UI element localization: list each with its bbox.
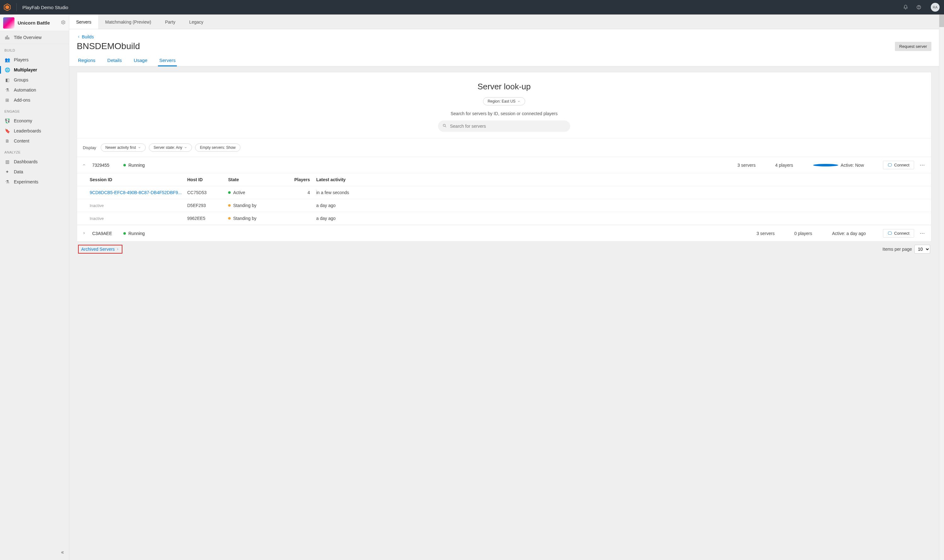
vm-row[interactable]: 7329455 Running 3 servers 4 players Acti… <box>77 157 931 173</box>
primary-tabs: Servers Matchmaking (Preview) Party Lega… <box>69 15 939 29</box>
tab-regions[interactable]: Regions <box>77 58 97 66</box>
sessions-table: Session ID Host ID State Players Latest … <box>77 173 931 225</box>
sidebar-item-label: Economy <box>14 118 32 123</box>
sidebar-item-automation[interactable]: ⚗Automation <box>0 85 69 95</box>
sidebar-item-label: Players <box>14 57 29 62</box>
brand-logo[interactable] <box>3 3 11 11</box>
tab-servers-sub[interactable]: Servers <box>158 58 177 66</box>
sidebar-item-label: Title Overview <box>14 35 42 40</box>
host-id: 9962EE5 <box>187 216 225 221</box>
content-icon: 🗎 <box>5 138 10 143</box>
vm-active-status: Active: a day ago <box>832 231 865 236</box>
region-filter-pill[interactable]: Region: East US <box>483 97 525 105</box>
gear-icon[interactable] <box>61 20 66 26</box>
more-actions-icon[interactable]: ⋯ <box>918 230 926 236</box>
tab-details[interactable]: Details <box>106 58 123 66</box>
lookup-heading: Server look-up <box>83 82 925 92</box>
overview-icon <box>5 35 10 40</box>
vm-id: C3A9AEE <box>92 231 119 236</box>
economy-icon: 💱 <box>5 118 10 123</box>
tab-servers[interactable]: Servers <box>69 15 98 29</box>
sidebar-item-players[interactable]: 👥Players <box>0 55 69 65</box>
breadcrumb-builds[interactable]: Builds <box>77 34 932 39</box>
status-dot-icon <box>228 204 231 207</box>
list-footer: Archived Servers Items per page 10 <box>77 242 932 254</box>
vm-servers-count: 3 servers <box>738 163 763 168</box>
dashboards-icon: ▥ <box>5 159 10 164</box>
col-players: Players <box>288 177 313 182</box>
svg-rect-7 <box>8 38 9 39</box>
ipp-select[interactable]: 10 <box>915 245 930 254</box>
brand-name[interactable]: PlayFab Demo Studio <box>22 5 68 10</box>
archived-servers-link[interactable]: Archived Servers <box>78 245 122 254</box>
monitor-icon: 🖵 <box>888 231 892 235</box>
sidebar-item-label: Dashboards <box>14 159 38 164</box>
table-row: 9CD8DCB5-EFC8-490B-8C87-DB4F52DBF9... CC… <box>77 186 931 199</box>
session-id-link[interactable]: 9CD8DCB5-EFC8-490B-8C87-DB4F52DBF9... <box>90 190 184 195</box>
items-per-page: Items per page 10 <box>882 245 930 254</box>
status-dot-icon <box>228 191 231 194</box>
filter-sort[interactable]: Newer activity first <box>101 143 146 152</box>
host-id: D5EF293 <box>187 203 225 208</box>
notifications-icon[interactable] <box>901 3 910 12</box>
request-server-button[interactable]: Request server <box>895 42 932 51</box>
connect-button[interactable]: 🖵Connect <box>883 161 914 169</box>
server-search-input[interactable] <box>438 120 570 132</box>
expand-toggle-icon[interactable] <box>82 231 88 236</box>
title-card[interactable]: Unicorn Battle <box>0 15 69 31</box>
filter-server-state[interactable]: Server state: Any <box>149 143 192 152</box>
sidebar-item-label: Add-ons <box>14 97 30 103</box>
vm-id: 7329455 <box>92 163 119 168</box>
tab-party[interactable]: Party <box>158 15 183 29</box>
filter-empty-servers[interactable]: Empty servers: Show <box>195 143 240 152</box>
server-lookup-panel: Server look-up Region: East US Search fo… <box>77 72 932 242</box>
sidebar-item-economy[interactable]: 💱Economy <box>0 116 69 126</box>
sidebar-item-addons[interactable]: ⊞Add-ons <box>0 95 69 105</box>
sidebar-item-experiments[interactable]: ⚗Experiments <box>0 177 69 187</box>
tab-legacy[interactable]: Legacy <box>182 15 210 29</box>
sidebar: Unicorn Battle Title Overview BUILD 👥Pla… <box>0 15 69 560</box>
session-latest: a day ago <box>316 216 926 221</box>
expand-toggle-icon[interactable] <box>82 163 88 168</box>
leaderboards-icon: 🔖 <box>5 128 10 133</box>
scrollbar[interactable] <box>939 14 944 560</box>
page-header: Builds BNSDEMObuild Request server Regio… <box>69 29 939 66</box>
sidebar-item-multiplayer[interactable]: 🌐Multiplayer <box>0 65 69 75</box>
session-id-inactive: Inactive <box>90 203 184 208</box>
tab-usage[interactable]: Usage <box>132 58 148 66</box>
vm-group: C3A9AEE Running 3 servers 0 players Acti… <box>77 225 931 241</box>
sidebar-item-title-overview[interactable]: Title Overview <box>0 31 69 44</box>
user-avatar[interactable]: RA <box>931 3 939 12</box>
svg-point-8 <box>443 124 445 126</box>
secondary-tabs: Regions Details Usage Servers <box>77 58 932 66</box>
session-players: 4 <box>288 190 313 195</box>
sidebar-item-groups[interactable]: ◧Groups <box>0 75 69 85</box>
svg-point-4 <box>63 22 64 23</box>
chevron-down-icon <box>184 146 187 149</box>
sidebar-item-data[interactable]: ✦Data <box>0 167 69 177</box>
table-row: Inactive 9962EE5 Standing by a day ago <box>77 212 931 225</box>
sidebar-item-content[interactable]: 🗎Content <box>0 136 69 146</box>
help-icon[interactable] <box>915 3 923 12</box>
svg-marker-1 <box>5 5 9 9</box>
table-row: Inactive D5EF293 Standing by a day ago <box>77 199 931 212</box>
vm-group: 7329455 Running 3 servers 4 players Acti… <box>77 157 931 225</box>
vm-row[interactable]: C3A9AEE Running 3 servers 0 players Acti… <box>77 225 931 241</box>
status-dot-icon <box>123 232 126 235</box>
chevron-down-icon <box>517 100 521 103</box>
scrollbar-thumb[interactable] <box>939 14 944 27</box>
session-id-inactive: Inactive <box>90 216 184 221</box>
page-title: BNSDEMObuild <box>77 41 895 51</box>
multiplayer-icon: 🌐 <box>5 67 10 72</box>
more-actions-icon[interactable]: ⋯ <box>918 162 926 168</box>
search-icon <box>442 124 447 129</box>
tab-matchmaking[interactable]: Matchmaking (Preview) <box>98 15 158 29</box>
section-label-build: BUILD <box>0 44 69 55</box>
connect-button[interactable]: 🖵Connect <box>883 229 914 237</box>
playfab-logo-icon <box>3 3 11 11</box>
sidebar-item-leaderboards[interactable]: 🔖Leaderboards <box>0 126 69 136</box>
collapse-sidebar-icon[interactable] <box>58 548 66 557</box>
groups-icon: ◧ <box>5 77 10 82</box>
sidebar-item-dashboards[interactable]: ▥Dashboards <box>0 157 69 167</box>
main-content: Servers Matchmaking (Preview) Party Lega… <box>69 15 939 560</box>
